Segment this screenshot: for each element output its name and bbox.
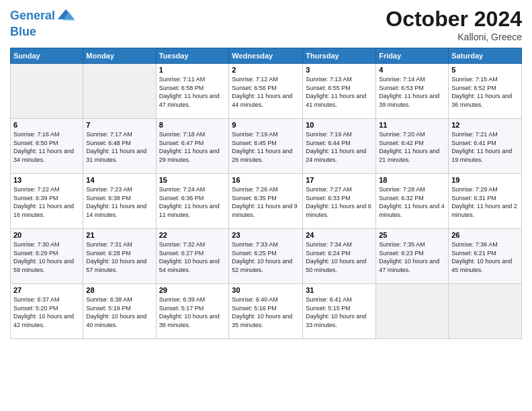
day-number: 26 xyxy=(451,231,519,239)
weekday-header-tuesday: Tuesday xyxy=(156,48,229,64)
day-info: Sunrise: 7:19 AM Sunset: 6:45 PM Dayligh… xyxy=(232,130,300,164)
month-title: October 2024 xyxy=(386,7,522,32)
calendar-cell: 23Sunrise: 7:33 AM Sunset: 6:25 PM Dayli… xyxy=(229,229,303,284)
day-number: 30 xyxy=(232,286,300,294)
calendar-cell: 25Sunrise: 7:35 AM Sunset: 6:23 PM Dayli… xyxy=(376,229,449,284)
day-info: Sunrise: 7:16 AM Sunset: 6:50 PM Dayligh… xyxy=(13,130,80,164)
calendar-week-4: 20Sunrise: 7:30 AM Sunset: 6:29 PM Dayli… xyxy=(11,229,522,284)
day-info: Sunrise: 7:34 AM Sunset: 6:24 PM Dayligh… xyxy=(306,240,373,274)
day-info: Sunrise: 7:31 AM Sunset: 6:28 PM Dayligh… xyxy=(86,240,152,274)
location: Kalloni, Greece xyxy=(386,32,522,42)
day-info: Sunrise: 7:18 AM Sunset: 6:47 PM Dayligh… xyxy=(159,130,226,164)
day-info: Sunrise: 7:11 AM Sunset: 6:58 PM Dayligh… xyxy=(159,75,226,109)
calendar-cell xyxy=(376,284,449,339)
day-number: 19 xyxy=(451,176,519,184)
calendar-cell: 8Sunrise: 7:18 AM Sunset: 6:47 PM Daylig… xyxy=(156,119,229,174)
calendar-cell: 6Sunrise: 7:16 AM Sunset: 6:50 PM Daylig… xyxy=(11,119,83,174)
calendar-cell: 22Sunrise: 7:32 AM Sunset: 6:27 PM Dayli… xyxy=(156,229,229,284)
calendar-cell: 13Sunrise: 7:22 AM Sunset: 6:39 PM Dayli… xyxy=(11,174,83,229)
day-number: 6 xyxy=(13,121,80,129)
day-info: Sunrise: 7:19 AM Sunset: 6:44 PM Dayligh… xyxy=(306,130,373,164)
day-number: 10 xyxy=(306,121,373,129)
day-number: 21 xyxy=(86,231,152,239)
calendar-cell: 30Sunrise: 6:40 AM Sunset: 5:16 PM Dayli… xyxy=(229,284,303,339)
day-number: 13 xyxy=(13,176,80,184)
day-number: 25 xyxy=(379,231,445,239)
day-number: 27 xyxy=(13,286,80,294)
calendar-cell: 24Sunrise: 7:34 AM Sunset: 6:24 PM Dayli… xyxy=(303,229,376,284)
day-number: 1 xyxy=(159,66,226,74)
day-number: 22 xyxy=(159,231,226,239)
weekday-header-thursday: Thursday xyxy=(303,48,376,64)
day-number: 4 xyxy=(379,66,445,74)
calendar-table: SundayMondayTuesdayWednesdayThursdayFrid… xyxy=(10,48,522,339)
day-info: Sunrise: 7:14 AM Sunset: 6:53 PM Dayligh… xyxy=(379,75,445,109)
day-info: Sunrise: 7:24 AM Sunset: 6:36 PM Dayligh… xyxy=(159,185,226,219)
calendar-cell: 3Sunrise: 7:13 AM Sunset: 6:55 PM Daylig… xyxy=(303,64,376,119)
logo-icon xyxy=(56,7,75,26)
header: General Blue October 2024 Kalloni, Greec… xyxy=(10,7,522,42)
calendar-cell: 16Sunrise: 7:26 AM Sunset: 6:35 PM Dayli… xyxy=(229,174,303,229)
weekday-header-monday: Monday xyxy=(83,48,156,64)
day-number: 11 xyxy=(379,121,445,129)
calendar-cell: 7Sunrise: 7:17 AM Sunset: 6:48 PM Daylig… xyxy=(83,119,156,174)
calendar-week-2: 6Sunrise: 7:16 AM Sunset: 6:50 PM Daylig… xyxy=(11,119,522,174)
calendar-cell: 26Sunrise: 7:36 AM Sunset: 6:21 PM Dayli… xyxy=(449,229,522,284)
calendar-header-row: SundayMondayTuesdayWednesdayThursdayFrid… xyxy=(11,48,522,64)
day-number: 24 xyxy=(306,231,373,239)
calendar-week-5: 27Sunrise: 6:37 AM Sunset: 5:20 PM Dayli… xyxy=(11,284,522,339)
day-number: 15 xyxy=(159,176,226,184)
day-number: 7 xyxy=(86,121,152,129)
calendar-cell: 1Sunrise: 7:11 AM Sunset: 6:58 PM Daylig… xyxy=(156,64,229,119)
day-info: Sunrise: 7:12 AM Sunset: 6:56 PM Dayligh… xyxy=(232,75,300,109)
calendar-cell: 18Sunrise: 7:28 AM Sunset: 6:32 PM Dayli… xyxy=(376,174,449,229)
calendar-cell: 31Sunrise: 6:41 AM Sunset: 5:15 PM Dayli… xyxy=(303,284,376,339)
day-number: 12 xyxy=(451,121,519,129)
day-number: 20 xyxy=(13,231,80,239)
day-info: Sunrise: 6:40 AM Sunset: 5:16 PM Dayligh… xyxy=(232,295,300,329)
logo-text: General xyxy=(10,9,55,23)
calendar-cell xyxy=(449,284,522,339)
day-number: 5 xyxy=(451,66,519,74)
calendar-cell xyxy=(11,64,83,119)
day-info: Sunrise: 7:26 AM Sunset: 6:35 PM Dayligh… xyxy=(232,185,300,219)
day-info: Sunrise: 7:13 AM Sunset: 6:55 PM Dayligh… xyxy=(306,75,373,109)
day-number: 3 xyxy=(306,66,373,74)
day-info: Sunrise: 7:33 AM Sunset: 6:25 PM Dayligh… xyxy=(232,240,300,274)
weekday-header-saturday: Saturday xyxy=(449,48,522,64)
day-number: 28 xyxy=(86,286,152,294)
day-number: 23 xyxy=(232,231,300,239)
day-info: Sunrise: 7:35 AM Sunset: 6:23 PM Dayligh… xyxy=(379,240,445,274)
day-info: Sunrise: 7:27 AM Sunset: 6:33 PM Dayligh… xyxy=(306,185,373,219)
day-info: Sunrise: 7:22 AM Sunset: 6:39 PM Dayligh… xyxy=(13,185,80,219)
calendar-cell: 20Sunrise: 7:30 AM Sunset: 6:29 PM Dayli… xyxy=(11,229,83,284)
calendar-cell: 21Sunrise: 7:31 AM Sunset: 6:28 PM Dayli… xyxy=(83,229,156,284)
day-number: 18 xyxy=(379,176,445,184)
day-number: 16 xyxy=(232,176,300,184)
calendar-cell: 11Sunrise: 7:20 AM Sunset: 6:42 PM Dayli… xyxy=(376,119,449,174)
day-number: 31 xyxy=(306,286,373,294)
calendar-cell: 2Sunrise: 7:12 AM Sunset: 6:56 PM Daylig… xyxy=(229,64,303,119)
calendar-cell: 15Sunrise: 7:24 AM Sunset: 6:36 PM Dayli… xyxy=(156,174,229,229)
day-number: 2 xyxy=(232,66,300,74)
weekday-header-wednesday: Wednesday xyxy=(229,48,303,64)
calendar-cell: 29Sunrise: 6:39 AM Sunset: 5:17 PM Dayli… xyxy=(156,284,229,339)
calendar-cell: 27Sunrise: 6:37 AM Sunset: 5:20 PM Dayli… xyxy=(11,284,83,339)
day-info: Sunrise: 7:28 AM Sunset: 6:32 PM Dayligh… xyxy=(379,185,445,219)
title-block: October 2024 Kalloni, Greece xyxy=(386,7,522,42)
logo: General Blue xyxy=(10,7,75,39)
day-info: Sunrise: 7:21 AM Sunset: 6:41 PM Dayligh… xyxy=(451,130,519,164)
calendar-cell: 14Sunrise: 7:23 AM Sunset: 6:38 PM Dayli… xyxy=(83,174,156,229)
calendar-cell: 5Sunrise: 7:15 AM Sunset: 6:52 PM Daylig… xyxy=(449,64,522,119)
day-number: 29 xyxy=(159,286,226,294)
calendar-cell: 19Sunrise: 7:29 AM Sunset: 6:31 PM Dayli… xyxy=(449,174,522,229)
page: General Blue October 2024 Kalloni, Greec… xyxy=(0,0,532,411)
day-info: Sunrise: 7:20 AM Sunset: 6:42 PM Dayligh… xyxy=(379,130,445,164)
logo-general: General xyxy=(10,9,55,22)
day-info: Sunrise: 6:37 AM Sunset: 5:20 PM Dayligh… xyxy=(13,295,80,329)
day-info: Sunrise: 6:41 AM Sunset: 5:15 PM Dayligh… xyxy=(306,295,373,329)
calendar-cell: 17Sunrise: 7:27 AM Sunset: 6:33 PM Dayli… xyxy=(303,174,376,229)
weekday-header-sunday: Sunday xyxy=(11,48,83,64)
day-info: Sunrise: 7:32 AM Sunset: 6:27 PM Dayligh… xyxy=(159,240,226,274)
day-info: Sunrise: 7:36 AM Sunset: 6:21 PM Dayligh… xyxy=(451,240,519,274)
